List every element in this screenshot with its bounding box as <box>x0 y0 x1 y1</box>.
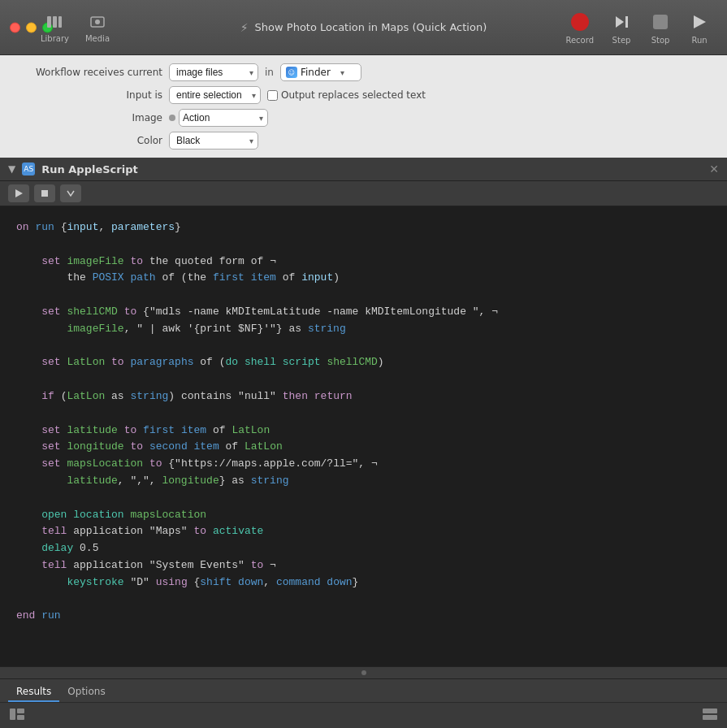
code-line-20: delay 0.5 <box>16 540 711 557</box>
svg-rect-1 <box>53 16 57 28</box>
code-line-14: set longitude to second item of LatLon <box>16 439 711 456</box>
finder-wrapper[interactable]: ☺ Finder ▾ <box>280 63 361 81</box>
script-compile-icon <box>66 188 76 198</box>
code-line-11: if (LatLon as string) contains "null" th… <box>16 388 711 405</box>
tab-options[interactable]: Options <box>59 682 113 702</box>
script-play-icon <box>14 188 24 198</box>
media-icon <box>88 12 107 32</box>
svg-marker-5 <box>616 16 624 28</box>
script-header: ▼ AS Run AppleScript ✕ <box>0 158 727 181</box>
toolbar-right: Record Step Stop Run <box>559 7 717 48</box>
svg-marker-8 <box>15 189 23 197</box>
finder-select[interactable]: ☺ Finder ▾ <box>280 63 361 81</box>
color-select[interactable]: Black <box>169 132 258 150</box>
code-line-3: set imageFile to the quoted form of ¬ <box>16 254 711 271</box>
color-label: Color <box>16 135 162 146</box>
config-row-input: Input is entire selection ▾ Output repla… <box>16 86 711 104</box>
run-icon <box>688 11 711 33</box>
config-row-color: Color Black ▾ <box>16 132 711 150</box>
svg-marker-7 <box>694 15 706 28</box>
script-footer <box>0 666 727 678</box>
svg-rect-12 <box>17 715 24 720</box>
svg-point-4 <box>95 20 100 24</box>
script-toolbar <box>0 181 727 206</box>
code-line-6: set shellCMD to {"mdls -name kMDItemLati… <box>16 304 711 321</box>
code-line-5 <box>16 287 711 304</box>
tab-results[interactable]: Results <box>8 682 59 702</box>
finder-label: Finder <box>301 67 331 78</box>
finder-icon: ☺ <box>286 67 297 78</box>
svg-rect-11 <box>17 708 24 713</box>
color-select-wrapper[interactable]: Black ▾ <box>169 132 258 150</box>
bottom-right-button[interactable] <box>703 708 717 722</box>
record-label: Record <box>565 36 594 45</box>
stop-button[interactable]: Stop <box>643 7 678 48</box>
bottom-bar <box>0 702 727 728</box>
media-button[interactable]: Media <box>80 9 115 46</box>
code-line-9: set LatLon to paragraphs of (do shell sc… <box>16 354 711 371</box>
layout-toggle-icon <box>703 708 717 720</box>
receives-label: Workflow receives current <box>16 67 162 78</box>
library-icon <box>45 12 64 32</box>
output-replaces-checkbox[interactable] <box>267 90 278 101</box>
image-select[interactable]: Action <box>179 109 268 127</box>
step-forward-icon <box>612 12 631 32</box>
run-label: Run <box>691 36 707 45</box>
step-label: Step <box>612 36 631 45</box>
svg-rect-14 <box>703 715 717 720</box>
finder-arrow: ▾ <box>340 68 344 77</box>
code-line-18: open location mapsLocation <box>16 507 711 524</box>
window-title: Show Photo Location in Maps (Quick Actio… <box>255 21 487 33</box>
input-is-select[interactable]: entire selection <box>169 86 261 104</box>
svg-rect-0 <box>47 16 51 28</box>
code-line-22: keystroke "D" using {shift down, command… <box>16 574 711 592</box>
svg-rect-13 <box>703 708 717 713</box>
script-container: ▼ AS Run AppleScript ✕ on run {input, pa… <box>0 158 727 702</box>
config-row-receives: Workflow receives current image files ▾ … <box>16 63 711 81</box>
code-line-7: imageFile, " | awk '{print $NF}'"} as st… <box>16 321 711 338</box>
run-button[interactable]: Run <box>682 7 717 48</box>
code-line-21: tell application "System Events" to ¬ <box>16 557 711 574</box>
code-line-2 <box>16 236 711 254</box>
stop-icon <box>649 11 672 33</box>
step-button[interactable]: Step <box>604 7 639 48</box>
bottom-left-button[interactable] <box>10 708 24 722</box>
code-line-17 <box>16 490 711 507</box>
config-row-image: Image Action ▾ <box>16 109 711 127</box>
stop-label: Stop <box>651 36 670 45</box>
library-button[interactable]: Library <box>36 9 74 46</box>
output-replaces-label: Output replaces selected text <box>281 89 426 101</box>
script-title: Run AppleScript <box>41 163 703 176</box>
input-is-label: Input is <box>16 89 162 101</box>
workflow-config: Workflow receives current image files ▾ … <box>0 55 727 158</box>
input-type-wrapper[interactable]: image files ▾ <box>169 63 258 81</box>
title-icon: ⚡ <box>240 21 249 34</box>
applescript-icon: AS <box>22 162 35 176</box>
bottom-tabs: Results Options <box>0 678 727 702</box>
script-play-button[interactable] <box>8 184 29 202</box>
code-editor[interactable]: on run {input, parameters} set imageFile… <box>0 206 727 666</box>
close-button[interactable] <box>10 22 20 32</box>
media-label: Media <box>85 34 110 43</box>
svg-rect-9 <box>41 190 48 197</box>
code-line-12 <box>16 405 711 422</box>
close-script-button[interactable]: ✕ <box>709 162 719 176</box>
library-label: Library <box>41 34 69 43</box>
code-line-19: tell application "Maps" to activate <box>16 523 711 540</box>
code-line-23 <box>16 592 711 609</box>
script-stop-icon <box>40 188 50 198</box>
script-stop-button[interactable] <box>34 184 55 202</box>
in-label: in <box>265 67 274 78</box>
collapse-button[interactable]: ▼ <box>8 163 15 175</box>
code-line-10 <box>16 371 711 388</box>
code-line-24: end run <box>16 608 711 625</box>
image-select-wrapper[interactable]: Action ▾ <box>169 109 268 127</box>
record-icon <box>569 11 591 33</box>
entire-selection-wrapper[interactable]: entire selection ▾ <box>169 86 261 104</box>
record-button[interactable]: Record <box>559 7 600 48</box>
input-type-select[interactable]: image files <box>169 63 258 81</box>
code-line-1: on run {input, parameters} <box>16 219 711 236</box>
titlebar: Library Media ⚡ Show Photo Location in M… <box>0 0 727 55</box>
play-icon <box>690 12 709 32</box>
script-compile-button[interactable] <box>60 184 81 202</box>
